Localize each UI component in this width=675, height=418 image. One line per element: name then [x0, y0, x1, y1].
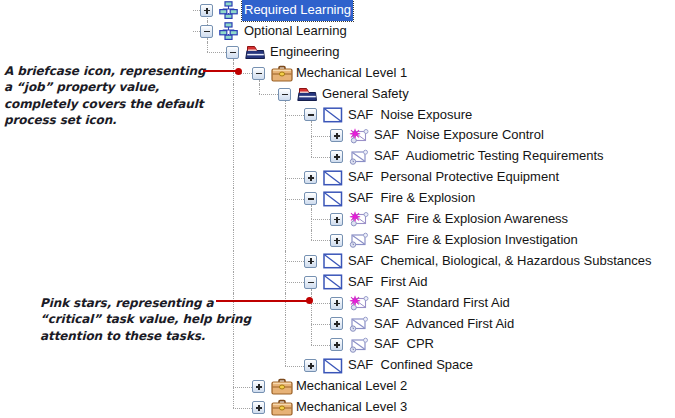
expand-button[interactable] — [330, 297, 343, 310]
expand-button[interactable] — [200, 4, 213, 17]
expand-button[interactable] — [330, 150, 343, 163]
process-icon — [323, 190, 347, 208]
critical-task-icon — [349, 127, 373, 145]
tree-guide-line — [285, 282, 286, 292]
tree-item-label[interactable]: SAF First Aid — [348, 272, 427, 293]
tree-guide-line — [285, 282, 305, 283]
process-set-icon — [245, 43, 269, 61]
tree-item-label[interactable]: SAF Fire & Explosion Investigation — [374, 230, 578, 251]
expand-button[interactable] — [330, 338, 343, 351]
expand-button[interactable] — [304, 255, 317, 268]
briefcase-icon — [271, 64, 295, 82]
tree-guide-line — [311, 125, 312, 135]
tree-item-label[interactable]: SAF Audiometric Testing Requirements — [374, 146, 604, 167]
tree-row[interactable]: SAF Audiometric Testing Requirements — [0, 146, 675, 167]
callout-line-critical — [216, 300, 308, 302]
tree-guide-line — [285, 115, 305, 116]
process-icon — [323, 357, 347, 375]
collapse-button[interactable] — [304, 276, 317, 289]
tree-item-label[interactable]: SAF Advanced First Aid — [374, 314, 514, 335]
tree-row[interactable]: SAF Fire & Explosion Investigation — [0, 230, 675, 251]
tree-guide-line — [233, 251, 234, 272]
tree-guide-line — [311, 324, 331, 325]
screen: Required LearningOptional LearningEngine… — [0, 0, 675, 418]
tree-item-label[interactable]: SAF Standard First Aid — [374, 293, 510, 314]
tree-row[interactable]: SAF Personal Protective Equipment — [0, 167, 675, 188]
tree-guide-line — [285, 230, 286, 251]
tree-row[interactable]: Optional Learning — [0, 21, 675, 42]
tree-guide-line — [285, 105, 286, 115]
collapse-button[interactable] — [226, 46, 239, 59]
tree-row[interactable]: SAF First Aid — [0, 272, 675, 293]
tree-guide-line — [285, 355, 286, 365]
expand-button[interactable] — [330, 213, 343, 226]
tree-guide-line — [233, 408, 253, 409]
tree-guide-line — [311, 136, 331, 137]
tree-item-label[interactable]: Required Learning — [242, 0, 353, 21]
tree-guide-line — [285, 366, 305, 367]
briefcase-icon — [271, 378, 295, 396]
critical-task-icon — [349, 294, 373, 312]
tree-row[interactable]: Required Learning — [0, 0, 675, 21]
tree-guide-line — [311, 334, 312, 344]
expand-button[interactable] — [304, 171, 317, 184]
tree-item-label[interactable]: SAF Noise Exposure Control — [374, 125, 544, 146]
tree-guide-line — [285, 261, 305, 262]
process-icon — [323, 273, 347, 291]
tree-guide-line — [311, 146, 312, 156]
tree-row[interactable]: SAF Fire & Explosion — [0, 188, 675, 209]
tree-guide-line — [311, 303, 312, 313]
tree-item-label[interactable]: SAF Fire & Explosion — [348, 188, 475, 209]
tree-guide-line — [285, 199, 286, 209]
tree-guide-line — [285, 178, 305, 179]
tree-row[interactable]: Engineering — [0, 42, 675, 63]
tree-row[interactable]: Mechanical Level 3 — [0, 397, 675, 418]
tree-guide-line — [311, 303, 331, 304]
expand-button[interactable] — [330, 317, 343, 330]
tree-guide-line — [233, 125, 234, 146]
expand-button[interactable] — [330, 234, 343, 247]
tree-item-label[interactable]: SAF Confined Space — [348, 355, 473, 376]
tree-item-label[interactable]: SAF Chemical, Biological, & Hazardous Su… — [348, 251, 651, 272]
annotation-line: Pink stars, representing a — [40, 295, 251, 311]
tree-item-label[interactable]: Mechanical Level 3 — [296, 397, 407, 418]
tree-item-label[interactable]: Optional Learning — [244, 21, 347, 42]
tree-item-label[interactable]: Mechanical Level 1 — [296, 63, 407, 84]
collapse-button[interactable] — [304, 108, 317, 121]
tree-item-label[interactable]: SAF Personal Protective Equipment — [348, 167, 559, 188]
collapse-button[interactable] — [200, 25, 213, 38]
tree-item-label[interactable]: SAF Noise Exposure — [348, 105, 472, 126]
tree-guide-line — [285, 251, 286, 261]
tree-guide-line — [285, 167, 286, 177]
tree-guide-line — [233, 376, 234, 386]
tree-guide-line — [285, 209, 286, 230]
annotation-line: “critical” task value, help bring — [40, 311, 251, 327]
tree-row[interactable]: Mechanical Level 2 — [0, 376, 675, 397]
annotation-line: completely covers the default — [4, 96, 205, 112]
tree-guide-line — [233, 355, 234, 376]
tree-guide-line — [311, 136, 312, 146]
critical-task-icon — [349, 210, 373, 228]
tree-item-label[interactable]: General Safety — [322, 84, 409, 105]
tree-guide-line — [285, 272, 286, 282]
tree-item-label[interactable]: SAF CPR — [374, 334, 434, 355]
tree-guide-line — [311, 230, 312, 240]
tree-guide-line — [285, 146, 286, 167]
collapse-button[interactable] — [252, 67, 265, 80]
tree-item-label[interactable]: Engineering — [270, 42, 339, 63]
expand-button[interactable] — [252, 380, 265, 393]
org-chart-icon — [219, 1, 243, 19]
tree-row[interactable]: SAF Fire & Explosion Awareness — [0, 209, 675, 230]
tree-guide-line — [285, 314, 286, 335]
expand-button[interactable] — [330, 129, 343, 142]
tree-item-label[interactable]: SAF Fire & Explosion Awareness — [374, 209, 568, 230]
tree-row[interactable]: SAF Chemical, Biological, & Hazardous Su… — [0, 251, 675, 272]
expand-button[interactable] — [304, 359, 317, 372]
collapse-button[interactable] — [304, 192, 317, 205]
tree-row[interactable]: SAF Confined Space — [0, 355, 675, 376]
tree-item-label[interactable]: Mechanical Level 2 — [296, 376, 407, 397]
expand-button[interactable] — [252, 401, 265, 414]
collapse-button[interactable] — [278, 88, 291, 101]
tree-guide-line — [311, 219, 331, 220]
tree-guide-line — [311, 314, 312, 324]
